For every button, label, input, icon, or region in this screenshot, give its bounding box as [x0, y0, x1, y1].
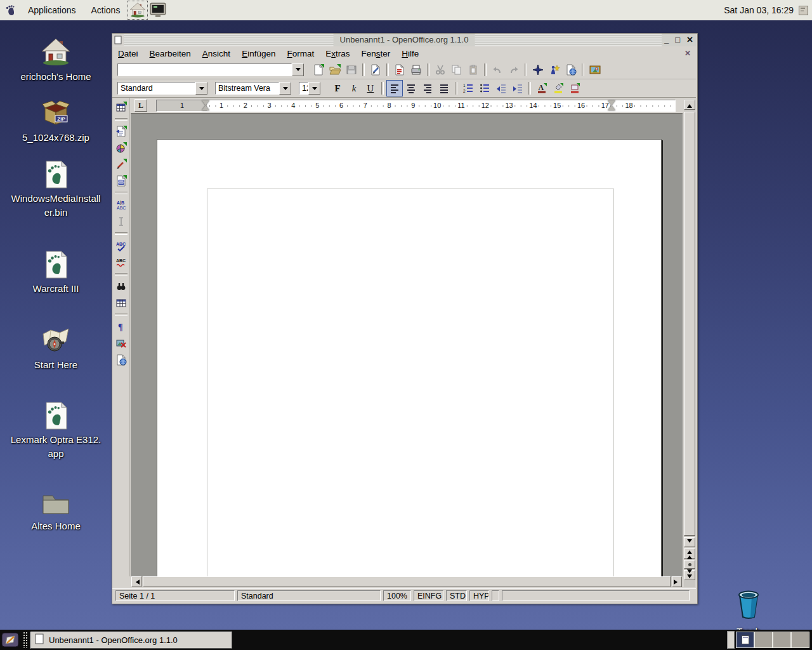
menu-extras[interactable]: Extras: [320, 48, 355, 60]
web-document-icon[interactable]: [563, 62, 579, 78]
insert-table-icon[interactable]: [113, 99, 129, 116]
increase-indent-icon[interactable]: [509, 80, 526, 96]
bullet-list-icon[interactable]: [476, 80, 493, 96]
scroll-left-icon[interactable]: [131, 576, 141, 587]
status-insert-mode[interactable]: EINFG: [414, 590, 443, 601]
font-color-icon[interactable]: A: [534, 80, 550, 96]
status-selection-mode[interactable]: STD: [446, 590, 467, 601]
left-indent-marker[interactable]: [202, 105, 209, 110]
horizontal-scroll-thumb[interactable]: [143, 576, 671, 587]
maximize-button[interactable]: □: [675, 34, 680, 46]
horizontal-scrollbar[interactable]: [131, 576, 683, 587]
next-page-icon[interactable]: [684, 570, 695, 580]
taskbar-drag-handle[interactable]: [23, 632, 28, 648]
desktop-icon-wmi[interactable]: WindowsMediaInstaller.bin: [5, 160, 107, 220]
desktop-icon-start-here[interactable]: Start Here: [5, 325, 107, 372]
terminal-launcher-icon[interactable]: [148, 1, 167, 19]
menu-format[interactable]: Format: [281, 48, 320, 60]
desktop-icon-lexmark[interactable]: Lexmark Optra E312.app: [5, 401, 107, 461]
paste-icon[interactable]: [465, 62, 481, 78]
document-workspace[interactable]: [131, 113, 683, 576]
copy-icon[interactable]: [449, 62, 465, 78]
url-input[interactable]: [117, 63, 292, 76]
export-pdf-icon[interactable]: [391, 62, 408, 78]
find-replace-icon[interactable]: [113, 278, 129, 295]
undo-icon[interactable]: [489, 62, 506, 78]
font-name-combobox[interactable]: Bitstream Vera: [215, 82, 291, 95]
formatting-marks-icon[interactable]: ¶: [113, 319, 129, 335]
menu-applications[interactable]: Applications: [20, 5, 84, 15]
close-button[interactable]: ✕: [686, 34, 693, 46]
size-dropdown-icon[interactable]: [308, 82, 320, 95]
style-value[interactable]: Standard: [117, 82, 195, 95]
task-button[interactable]: Unbenannt1 - OpenOffice.org 1.1.0: [30, 632, 232, 649]
menu-hilfe[interactable]: Hilfe: [396, 48, 424, 60]
right-indent-marker[interactable]: [608, 100, 615, 105]
form-functions-icon[interactable]: [113, 173, 129, 189]
workspace-4[interactable]: [791, 632, 809, 648]
pager-drag-handle[interactable]: [727, 631, 735, 649]
right-indent-marker2[interactable]: [608, 105, 615, 110]
vertical-scroll-thumb[interactable]: [684, 112, 695, 536]
open-icon[interactable]: [327, 62, 343, 78]
insert-object-icon[interactable]: [113, 140, 129, 156]
vertical-scrollbar[interactable]: [684, 99, 695, 587]
style-dropdown-icon[interactable]: [195, 82, 207, 95]
new-document-icon[interactable]: [310, 62, 327, 78]
cut-icon[interactable]: [432, 62, 449, 78]
data-sources-icon[interactable]: [113, 295, 129, 311]
url-dropdown-icon[interactable]: [292, 63, 304, 76]
desktop-icon-home[interactable]: erichoch's Home: [5, 37, 107, 84]
draw-functions-icon[interactable]: [113, 156, 129, 173]
online-layout-icon[interactable]: [113, 352, 129, 368]
align-right-button[interactable]: [419, 80, 436, 96]
underline-button[interactable]: U: [362, 80, 379, 96]
print-icon[interactable]: [408, 62, 424, 78]
autospellcheck-icon[interactable]: ABC: [113, 254, 129, 270]
stylist-icon[interactable]: [546, 62, 563, 78]
menu-einfügen[interactable]: Einfügen: [236, 48, 281, 60]
close-document-icon[interactable]: ✕: [684, 49, 691, 58]
graphics-onoff-icon[interactable]: [113, 335, 129, 352]
decrease-indent-icon[interactable]: [493, 80, 509, 96]
minimize-button[interactable]: _: [664, 34, 669, 46]
status-hyperlink-mode[interactable]: HYP: [469, 590, 489, 601]
bold-button[interactable]: F: [329, 80, 346, 96]
window-menu-icon[interactable]: [112, 34, 124, 46]
align-justify-button[interactable]: [436, 80, 452, 96]
notification-applet-icon[interactable]: [799, 6, 808, 15]
quickstarter-icon[interactable]: [0, 630, 20, 649]
navigator-icon[interactable]: [530, 62, 546, 78]
menu-ansicht[interactable]: Ansicht: [197, 48, 236, 60]
first-line-indent-marker[interactable]: [202, 100, 209, 105]
url-combobox[interactable]: [117, 63, 304, 76]
scroll-up-icon[interactable]: [684, 100, 695, 110]
gnome-foot-icon[interactable]: [1, 1, 20, 19]
insert-icon[interactable]: [113, 123, 129, 140]
scroll-right-icon[interactable]: [672, 576, 682, 587]
workspace-3[interactable]: [773, 632, 791, 648]
title-bar[interactable]: Unbenannt1 - OpenOffice.org 1.1.0 _ □ ✕: [112, 34, 696, 46]
scroll-down-icon[interactable]: [684, 537, 695, 547]
font-value[interactable]: Bitstream Vera: [215, 82, 279, 95]
desktop-icon-zip[interactable]: ZIP 5_1024x768.zip: [5, 99, 107, 145]
document-page[interactable]: [157, 139, 662, 576]
workspace-2[interactable]: [754, 632, 773, 648]
menu-datei[interactable]: Datei: [112, 48, 144, 60]
previous-page-icon[interactable]: [684, 548, 695, 559]
font-size-combobox[interactable]: 12: [299, 82, 320, 95]
paragraph-style-combobox[interactable]: Standard: [117, 82, 207, 95]
navigation-dot-icon[interactable]: [684, 560, 695, 569]
clock[interactable]: Sat Jan 03, 16:29: [724, 5, 794, 15]
numbered-list-icon[interactable]: 12: [460, 80, 476, 96]
menu-bearbeiten[interactable]: Bearbeiten: [144, 48, 197, 60]
tab-stop-selector[interactable]: L: [134, 99, 147, 112]
status-page[interactable]: Seite 1 / 1: [115, 590, 235, 601]
horizontal-ruler[interactable]: 1 123456789101112131415161718: [156, 100, 676, 112]
desktop-icon-altes-home[interactable]: Altes Home: [5, 491, 107, 533]
status-zoom[interactable]: 100%: [383, 590, 411, 601]
size-value[interactable]: 12: [299, 82, 308, 95]
gallery-icon[interactable]: [587, 62, 603, 78]
autotext-icon[interactable]: ABABC: [113, 197, 129, 213]
direct-cursor-icon[interactable]: [113, 213, 129, 230]
